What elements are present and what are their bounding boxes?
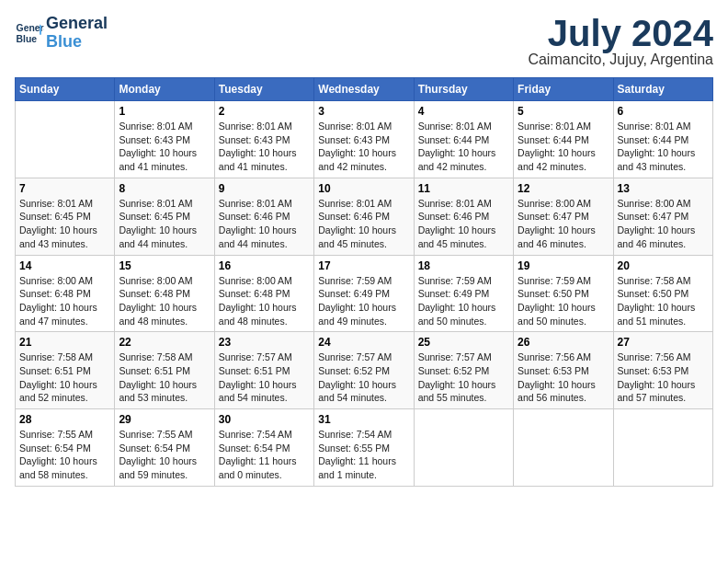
day-header-thursday: Thursday xyxy=(414,78,513,101)
day-number: 3 xyxy=(318,105,409,118)
day-info: Sunrise: 8:01 AM Sunset: 6:43 PM Dayligh… xyxy=(219,120,310,174)
day-header-wednesday: Wednesday xyxy=(314,78,414,101)
day-info: Sunrise: 8:01 AM Sunset: 6:46 PM Dayligh… xyxy=(318,197,409,251)
logo: General Blue General Blue xyxy=(15,15,108,52)
day-info: Sunrise: 7:57 AM Sunset: 6:51 PM Dayligh… xyxy=(219,350,310,405)
day-info: Sunrise: 8:01 AM Sunset: 6:44 PM Dayligh… xyxy=(418,120,509,174)
logo-icon: General Blue xyxy=(15,18,44,48)
day-info: Sunrise: 8:00 AM Sunset: 6:47 PM Dayligh… xyxy=(618,197,709,251)
calendar-table: SundayMondayTuesdayWednesdayThursdayFrid… xyxy=(15,77,713,487)
day-info: Sunrise: 7:58 AM Sunset: 6:50 PM Dayligh… xyxy=(618,274,709,328)
day-header-monday: Monday xyxy=(115,78,214,101)
week-row-3: 14Sunrise: 8:00 AM Sunset: 6:48 PM Dayli… xyxy=(16,255,713,332)
day-number: 29 xyxy=(119,413,210,426)
day-cell: 9Sunrise: 8:01 AM Sunset: 6:46 PM Daylig… xyxy=(214,178,313,255)
day-cell: 28Sunrise: 7:55 AM Sunset: 6:54 PM Dayli… xyxy=(16,409,115,487)
day-info: Sunrise: 8:00 AM Sunset: 6:48 PM Dayligh… xyxy=(19,274,110,328)
day-cell: 14Sunrise: 8:00 AM Sunset: 6:48 PM Dayli… xyxy=(16,255,115,332)
day-info: Sunrise: 8:00 AM Sunset: 6:47 PM Dayligh… xyxy=(518,197,609,251)
logo-general: General xyxy=(46,15,108,33)
day-number: 1 xyxy=(119,105,210,118)
day-info: Sunrise: 7:54 AM Sunset: 6:54 PM Dayligh… xyxy=(219,428,310,482)
day-cell: 17Sunrise: 7:59 AM Sunset: 6:49 PM Dayli… xyxy=(314,255,414,332)
day-cell xyxy=(514,409,613,487)
day-number: 13 xyxy=(618,182,709,195)
day-cell xyxy=(613,409,712,487)
day-number: 25 xyxy=(418,336,509,349)
day-cell: 18Sunrise: 7:59 AM Sunset: 6:49 PM Dayli… xyxy=(414,255,513,332)
day-info: Sunrise: 8:01 AM Sunset: 6:46 PM Dayligh… xyxy=(418,197,509,251)
day-cell: 4Sunrise: 8:01 AM Sunset: 6:44 PM Daylig… xyxy=(414,101,513,178)
day-cell: 19Sunrise: 7:59 AM Sunset: 6:50 PM Dayli… xyxy=(514,255,613,332)
day-cell: 27Sunrise: 7:56 AM Sunset: 6:53 PM Dayli… xyxy=(613,332,712,409)
day-cell: 12Sunrise: 8:00 AM Sunset: 6:47 PM Dayli… xyxy=(514,178,613,255)
day-cell: 29Sunrise: 7:55 AM Sunset: 6:54 PM Dayli… xyxy=(115,409,214,487)
day-info: Sunrise: 7:54 AM Sunset: 6:55 PM Dayligh… xyxy=(318,428,409,482)
day-cell: 10Sunrise: 8:01 AM Sunset: 6:46 PM Dayli… xyxy=(314,178,414,255)
day-info: Sunrise: 7:56 AM Sunset: 6:53 PM Dayligh… xyxy=(518,350,609,405)
day-number: 4 xyxy=(418,105,509,118)
day-number: 30 xyxy=(219,413,310,426)
day-cell: 31Sunrise: 7:54 AM Sunset: 6:55 PM Dayli… xyxy=(314,409,414,487)
day-number: 23 xyxy=(219,336,310,349)
day-info: Sunrise: 8:01 AM Sunset: 6:46 PM Dayligh… xyxy=(219,197,310,251)
day-cell: 11Sunrise: 8:01 AM Sunset: 6:46 PM Dayli… xyxy=(414,178,513,255)
day-number: 7 xyxy=(19,182,110,195)
day-header-tuesday: Tuesday xyxy=(214,78,313,101)
day-info: Sunrise: 7:57 AM Sunset: 6:52 PM Dayligh… xyxy=(418,350,509,405)
day-number: 22 xyxy=(119,336,210,349)
calendar-header-row: SundayMondayTuesdayWednesdayThursdayFrid… xyxy=(16,78,713,101)
day-info: Sunrise: 7:58 AM Sunset: 6:51 PM Dayligh… xyxy=(19,350,110,405)
day-number: 12 xyxy=(518,182,609,195)
day-header-friday: Friday xyxy=(514,78,613,101)
day-number: 27 xyxy=(618,336,709,349)
day-cell: 13Sunrise: 8:00 AM Sunset: 6:47 PM Dayli… xyxy=(613,178,712,255)
day-cell: 23Sunrise: 7:57 AM Sunset: 6:51 PM Dayli… xyxy=(214,332,313,409)
day-cell: 5Sunrise: 8:01 AM Sunset: 6:44 PM Daylig… xyxy=(514,101,613,178)
day-number: 28 xyxy=(19,413,110,426)
day-info: Sunrise: 7:57 AM Sunset: 6:52 PM Dayligh… xyxy=(318,350,409,405)
day-number: 14 xyxy=(19,259,110,272)
day-number: 15 xyxy=(119,259,210,272)
day-cell: 22Sunrise: 7:58 AM Sunset: 6:51 PM Dayli… xyxy=(115,332,214,409)
day-info: Sunrise: 7:55 AM Sunset: 6:54 PM Dayligh… xyxy=(19,428,110,482)
day-info: Sunrise: 8:01 AM Sunset: 6:45 PM Dayligh… xyxy=(119,197,210,251)
title-block: July 2024 Caimancito, Jujuy, Argentina xyxy=(528,15,713,68)
day-number: 8 xyxy=(119,182,210,195)
day-header-sunday: Sunday xyxy=(16,78,115,101)
day-info: Sunrise: 7:55 AM Sunset: 6:54 PM Dayligh… xyxy=(119,428,210,482)
day-cell: 21Sunrise: 7:58 AM Sunset: 6:51 PM Dayli… xyxy=(16,332,115,409)
day-cell: 1Sunrise: 8:01 AM Sunset: 6:43 PM Daylig… xyxy=(115,101,214,178)
day-cell: 2Sunrise: 8:01 AM Sunset: 6:43 PM Daylig… xyxy=(214,101,313,178)
day-header-saturday: Saturday xyxy=(613,78,712,101)
day-number: 10 xyxy=(318,182,409,195)
day-number: 19 xyxy=(518,259,609,272)
day-info: Sunrise: 7:59 AM Sunset: 6:49 PM Dayligh… xyxy=(418,274,509,328)
day-info: Sunrise: 7:59 AM Sunset: 6:49 PM Dayligh… xyxy=(318,274,409,328)
day-cell: 26Sunrise: 7:56 AM Sunset: 6:53 PM Dayli… xyxy=(514,332,613,409)
day-number: 9 xyxy=(219,182,310,195)
day-number: 20 xyxy=(618,259,709,272)
day-number: 26 xyxy=(518,336,609,349)
day-cell: 16Sunrise: 8:00 AM Sunset: 6:48 PM Dayli… xyxy=(214,255,313,332)
day-info: Sunrise: 7:56 AM Sunset: 6:53 PM Dayligh… xyxy=(618,350,709,405)
day-cell: 7Sunrise: 8:01 AM Sunset: 6:45 PM Daylig… xyxy=(16,178,115,255)
day-info: Sunrise: 8:00 AM Sunset: 6:48 PM Dayligh… xyxy=(119,274,210,328)
day-info: Sunrise: 8:01 AM Sunset: 6:45 PM Dayligh… xyxy=(19,197,110,251)
day-number: 2 xyxy=(219,105,310,118)
day-cell: 6Sunrise: 8:01 AM Sunset: 6:44 PM Daylig… xyxy=(613,101,712,178)
day-cell xyxy=(16,101,115,178)
day-number: 18 xyxy=(418,259,509,272)
day-cell: 20Sunrise: 7:58 AM Sunset: 6:50 PM Dayli… xyxy=(613,255,712,332)
day-number: 16 xyxy=(219,259,310,272)
week-row-1: 1Sunrise: 8:01 AM Sunset: 6:43 PM Daylig… xyxy=(16,101,713,178)
day-info: Sunrise: 8:01 AM Sunset: 6:44 PM Dayligh… xyxy=(618,120,709,174)
location-subtitle: Caimancito, Jujuy, Argentina xyxy=(528,52,713,68)
day-cell: 8Sunrise: 8:01 AM Sunset: 6:45 PM Daylig… xyxy=(115,178,214,255)
week-row-4: 21Sunrise: 7:58 AM Sunset: 6:51 PM Dayli… xyxy=(16,332,713,409)
week-row-2: 7Sunrise: 8:01 AM Sunset: 6:45 PM Daylig… xyxy=(16,178,713,255)
day-number: 31 xyxy=(318,413,409,426)
day-info: Sunrise: 8:01 AM Sunset: 6:44 PM Dayligh… xyxy=(518,120,609,174)
day-cell: 24Sunrise: 7:57 AM Sunset: 6:52 PM Dayli… xyxy=(314,332,414,409)
svg-text:Blue: Blue xyxy=(17,33,38,43)
